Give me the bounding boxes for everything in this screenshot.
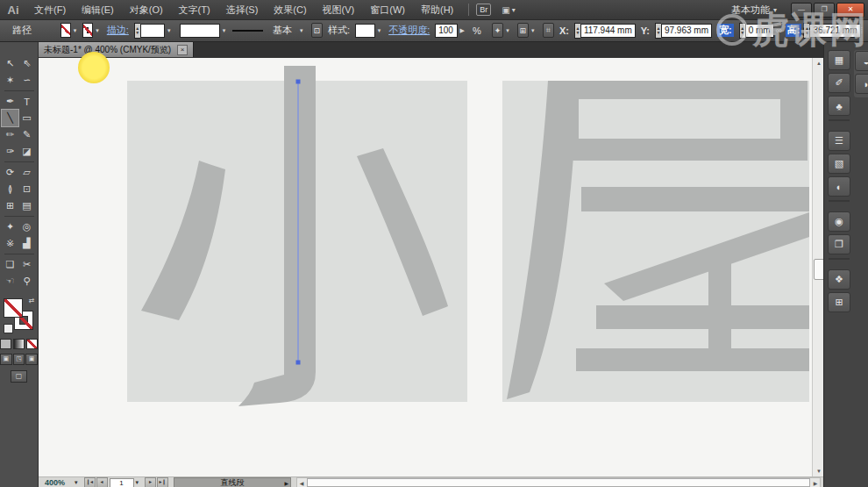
blend-tool[interactable]: ◎ bbox=[18, 218, 35, 235]
color-guide-panel-button[interactable]: ◗ bbox=[855, 74, 868, 94]
chevron-down-icon[interactable]: ▾ bbox=[300, 27, 303, 34]
minimize-button[interactable]: — bbox=[791, 3, 812, 18]
none-button[interactable] bbox=[26, 339, 38, 349]
menu-type[interactable]: 文字(T) bbox=[171, 1, 218, 19]
chevron-down-icon[interactable]: ▾ bbox=[378, 27, 381, 34]
restore-button[interactable]: ❐ bbox=[814, 3, 835, 18]
recolor-artwork-button[interactable]: ⊡ bbox=[311, 23, 323, 38]
slice-tool[interactable]: ✂ bbox=[18, 256, 35, 273]
chevron-down-icon[interactable]: ▾ bbox=[531, 27, 535, 34]
scale-tool[interactable]: ▱ bbox=[18, 164, 35, 181]
brushes-panel-button[interactable]: ✐ bbox=[828, 73, 850, 93]
x-field[interactable]: 117.944 mm bbox=[580, 24, 636, 38]
column-graph-tool[interactable]: ▟ bbox=[18, 235, 35, 252]
shape-builder-tool[interactable]: ⊞ bbox=[2, 197, 18, 214]
last-artboard-button[interactable]: ▸❙ bbox=[157, 477, 168, 487]
path-anchor-top[interactable] bbox=[296, 80, 301, 84]
symbols-panel-button[interactable]: ♣ bbox=[828, 96, 850, 116]
pencil-tool[interactable]: ✎ bbox=[18, 126, 35, 143]
chevron-down-icon[interactable]: ▾ bbox=[74, 27, 77, 34]
artboard-tool[interactable]: ❏ bbox=[2, 256, 18, 273]
graphic-style-select[interactable] bbox=[355, 24, 375, 38]
artboard-dropdown-icon[interactable]: ▾ bbox=[136, 479, 139, 486]
menu-object[interactable]: 对象(O) bbox=[122, 1, 171, 19]
stroke-weight-field[interactable] bbox=[140, 24, 165, 38]
stroke-weight-spinner[interactable]: ▲▼ bbox=[134, 23, 140, 39]
color-button[interactable] bbox=[0, 339, 11, 349]
chevron-down-icon[interactable]: ▾ bbox=[96, 27, 99, 34]
lasso-tool[interactable]: ∽ bbox=[18, 72, 35, 89]
menu-window[interactable]: 窗口(W) bbox=[362, 1, 413, 19]
menu-effect[interactable]: 效果(C) bbox=[266, 1, 314, 19]
color-panel-button[interactable]: ◒ bbox=[855, 51, 868, 71]
transparency-panel-button[interactable]: ◐ bbox=[828, 176, 850, 197]
zoom-dropdown-icon[interactable]: ▾ bbox=[75, 479, 78, 486]
chevron-down-icon[interactable]: ▾ bbox=[223, 27, 226, 34]
menu-file[interactable]: 文件(F) bbox=[26, 1, 74, 19]
graphic-styles-panel-button[interactable]: ❐ bbox=[828, 234, 850, 254]
hand-tool[interactable]: ☜ bbox=[2, 273, 18, 290]
pen-tool[interactable]: ✒ bbox=[2, 93, 18, 110]
stroke-color-swatch[interactable] bbox=[82, 23, 93, 38]
width-field[interactable]: 0 mm bbox=[745, 24, 774, 38]
constrain-proportions-icon[interactable]: ∞ bbox=[776, 25, 782, 35]
y-field[interactable]: 97.963 mm bbox=[661, 24, 712, 38]
reference-point-locator[interactable]: ⌗ bbox=[543, 23, 554, 38]
opacity-link[interactable]: 不透明度: bbox=[388, 24, 430, 37]
tab-close-icon[interactable]: × bbox=[177, 45, 188, 55]
stroke-panel-link[interactable]: 描边: bbox=[107, 24, 129, 37]
prev-artboard-button[interactable]: ◂ bbox=[96, 477, 108, 487]
artboard-number-field[interactable]: 1 bbox=[110, 478, 134, 487]
height-spinner[interactable]: ▲▼ bbox=[803, 23, 809, 39]
fill-color-swatch[interactable] bbox=[60, 23, 71, 38]
swap-fill-stroke-icon[interactable]: ⇄ bbox=[29, 297, 35, 304]
scroll-left-icon[interactable]: ◀ bbox=[297, 480, 306, 486]
first-artboard-button[interactable]: ❙◂ bbox=[84, 477, 96, 487]
width-spinner[interactable]: ▲▼ bbox=[739, 23, 745, 39]
canvas-area[interactable] bbox=[38, 58, 812, 476]
selection-tool[interactable]: ↖ bbox=[2, 55, 18, 72]
paintbrush-tool[interactable]: ✏ bbox=[2, 126, 18, 143]
horizontal-scrollbar[interactable]: ◀ ▶ bbox=[296, 477, 821, 487]
chevron-down-icon[interactable]: ▾ bbox=[167, 27, 171, 34]
menu-select[interactable]: 选择(S) bbox=[218, 1, 267, 19]
rectangle-tool[interactable]: ▭ bbox=[18, 110, 35, 126]
next-artboard-button[interactable]: ▸ bbox=[145, 477, 156, 487]
arrange-documents-button[interactable]: ▣ ▾ bbox=[502, 5, 515, 15]
zoom-tool[interactable]: ⚲ bbox=[18, 273, 35, 290]
draw-inside-button[interactable]: ▣ bbox=[25, 354, 38, 365]
appearance-panel-button[interactable]: ◉ bbox=[828, 211, 850, 232]
layers-panel-button[interactable]: ❖ bbox=[828, 269, 850, 290]
document-tab[interactable]: 未标题-1* @ 400% (CMYK/预览) × bbox=[38, 41, 194, 57]
gradient-panel-button[interactable]: ▧ bbox=[828, 154, 850, 174]
swatches-panel-button[interactable]: ▦ bbox=[828, 50, 850, 70]
symbol-sprayer-tool[interactable]: ※ bbox=[2, 235, 18, 252]
fill-swatch[interactable] bbox=[4, 298, 23, 318]
default-fill-stroke-icon[interactable] bbox=[4, 324, 13, 333]
tool-status-readout[interactable]: 直线段 ▶ bbox=[174, 477, 291, 487]
panel-expand-icon[interactable]: ⁞ bbox=[861, 26, 864, 35]
chevron-right-icon[interactable]: ▶ bbox=[460, 27, 465, 34]
width-profile-select[interactable] bbox=[180, 24, 219, 38]
brush-definition[interactable]: 基本 bbox=[273, 24, 292, 37]
select-similar-button[interactable]: ✦ bbox=[492, 23, 503, 38]
x-spinner[interactable]: ▲▼ bbox=[574, 23, 580, 39]
width-tool[interactable]: ≬ bbox=[2, 181, 18, 197]
rotate-tool[interactable]: ⟳ bbox=[2, 164, 18, 181]
chevron-down-icon[interactable]: ▾ bbox=[506, 27, 509, 34]
bridge-button[interactable]: Br bbox=[476, 4, 491, 16]
artboards-panel-button[interactable]: ⊞ bbox=[828, 292, 850, 312]
eraser-tool[interactable]: ◪ bbox=[18, 143, 35, 160]
magic-wand-tool[interactable]: ✶ bbox=[2, 72, 18, 89]
workspace-switcher[interactable]: 基本功能 ▾ bbox=[731, 4, 777, 17]
free-transform-tool[interactable]: ⊡ bbox=[18, 181, 35, 197]
opacity-field[interactable]: 100 bbox=[435, 24, 457, 38]
menu-view[interactable]: 视图(V) bbox=[315, 1, 363, 19]
draw-normal-button[interactable]: ▣ bbox=[0, 354, 12, 365]
horizontal-scroll-thumb[interactable] bbox=[307, 478, 810, 487]
menu-help[interactable]: 帮助(H) bbox=[413, 1, 461, 19]
perspective-grid-tool[interactable]: ▤ bbox=[18, 197, 35, 214]
menu-edit[interactable]: 编辑(E) bbox=[74, 1, 122, 19]
direct-selection-tool[interactable]: ⇖ bbox=[18, 55, 35, 72]
draw-behind-button[interactable]: ◳ bbox=[13, 354, 25, 365]
